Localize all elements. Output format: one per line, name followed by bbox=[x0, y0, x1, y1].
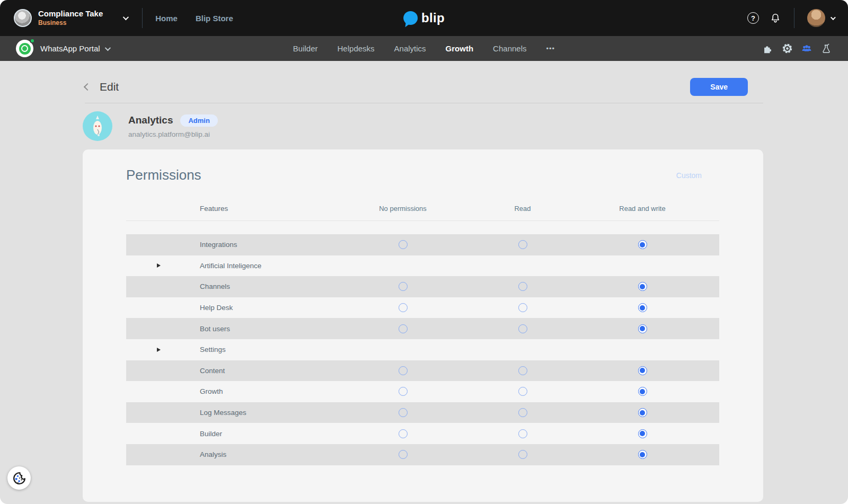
puzzle-icon[interactable] bbox=[762, 43, 773, 55]
user-avatar bbox=[807, 9, 825, 27]
blip-logo: blip bbox=[403, 11, 445, 25]
radio-read-and-write[interactable] bbox=[638, 387, 647, 396]
radio-cell bbox=[343, 303, 463, 312]
cookie-consent-button[interactable] bbox=[7, 466, 31, 490]
appbar-icons bbox=[762, 43, 832, 55]
radio-read-and-write[interactable] bbox=[638, 366, 647, 375]
blip-bubble-icon bbox=[403, 11, 418, 25]
radio-read[interactable] bbox=[518, 240, 527, 249]
tab-helpdesks[interactable]: Helpdesks bbox=[338, 44, 375, 53]
radio-read-and-write[interactable] bbox=[638, 240, 647, 249]
divider bbox=[142, 8, 143, 28]
feature-label: Growth bbox=[200, 387, 343, 395]
permission-row: Channels bbox=[126, 276, 719, 297]
help-icon[interactable]: ? bbox=[747, 12, 759, 24]
radio-read-and-write[interactable] bbox=[638, 303, 647, 312]
page-title: Edit bbox=[100, 81, 119, 93]
radio-read[interactable] bbox=[518, 408, 527, 417]
radio-no-permissions[interactable] bbox=[399, 387, 408, 396]
expand-arrow-icon[interactable] bbox=[157, 263, 161, 268]
member-avatar bbox=[83, 111, 112, 141]
bot-switcher[interactable]: WhatsApp Portal bbox=[16, 40, 109, 57]
radio-cell bbox=[582, 450, 702, 459]
permission-row: Growth bbox=[126, 381, 719, 402]
radio-cell bbox=[582, 324, 702, 333]
radio-cell bbox=[343, 366, 463, 375]
tab-builder[interactable]: Builder bbox=[293, 44, 318, 53]
radio-read[interactable] bbox=[518, 282, 527, 291]
back-button[interactable] bbox=[85, 83, 93, 91]
permission-row: Bot users bbox=[126, 318, 719, 339]
tab-analytics[interactable]: Analytics bbox=[394, 44, 426, 53]
tab-growth[interactable]: Growth bbox=[446, 44, 474, 53]
account-name: Compliance Take bbox=[38, 10, 103, 19]
role-badge: Admin bbox=[180, 114, 217, 127]
radio-no-permissions[interactable] bbox=[399, 303, 408, 312]
radio-no-permissions[interactable] bbox=[399, 429, 408, 438]
radio-no-permissions[interactable] bbox=[399, 240, 408, 249]
radio-read[interactable] bbox=[518, 324, 527, 333]
radio-no-permissions[interactable] bbox=[399, 366, 408, 375]
account-avatar bbox=[14, 9, 32, 27]
top-nav-item-blip-store[interactable]: Blip Store bbox=[196, 14, 233, 23]
radio-cell bbox=[343, 450, 463, 459]
chevron-left-icon bbox=[84, 83, 91, 91]
save-button[interactable]: Save bbox=[690, 78, 748, 96]
radio-read-and-write[interactable] bbox=[638, 450, 647, 459]
whatsapp-icon bbox=[16, 40, 33, 57]
radio-no-permissions[interactable] bbox=[399, 408, 408, 417]
feature-label: Settings bbox=[200, 346, 702, 353]
topbar-actions: ? bbox=[747, 8, 834, 28]
column-header-read: Read bbox=[463, 205, 582, 213]
radio-read-and-write[interactable] bbox=[638, 429, 647, 438]
radio-cell bbox=[463, 366, 582, 375]
permission-row: Artificial Inteligence bbox=[126, 255, 719, 277]
account-type: Business bbox=[38, 20, 103, 26]
radio-cell bbox=[343, 324, 463, 333]
feature-label: Channels bbox=[200, 282, 343, 290]
radio-read[interactable] bbox=[518, 387, 527, 396]
flask-icon[interactable] bbox=[820, 43, 832, 55]
radio-no-permissions[interactable] bbox=[399, 324, 408, 333]
bot-name: WhatsApp Portal bbox=[40, 44, 100, 53]
radio-no-permissions[interactable] bbox=[399, 450, 408, 459]
column-header-read-and-write: Read and write bbox=[582, 205, 702, 213]
permission-row: Integrations bbox=[126, 234, 719, 255]
radio-read-and-write[interactable] bbox=[638, 282, 647, 291]
custom-mode-link[interactable]: Custom bbox=[676, 171, 702, 180]
permission-row: Log Messages bbox=[126, 402, 719, 423]
top-bar: Compliance Take Business HomeBlip Store … bbox=[0, 0, 848, 36]
column-header-features: Features bbox=[200, 205, 343, 213]
chevron-down-icon[interactable] bbox=[123, 14, 129, 20]
permission-row: Builder bbox=[126, 423, 719, 444]
radio-read-and-write[interactable] bbox=[638, 324, 647, 333]
tab-channels[interactable]: Channels bbox=[493, 44, 526, 53]
team-icon[interactable] bbox=[801, 43, 812, 55]
radio-cell bbox=[463, 429, 582, 438]
radio-no-permissions[interactable] bbox=[399, 282, 408, 291]
radio-cell bbox=[463, 408, 582, 417]
radio-cell bbox=[343, 429, 463, 438]
radio-cell bbox=[582, 408, 702, 417]
radio-read[interactable] bbox=[518, 450, 527, 459]
radio-read[interactable] bbox=[518, 429, 527, 438]
permission-row: Help Desk bbox=[126, 297, 719, 319]
divider bbox=[85, 103, 763, 103]
member-info: Analytics Admin analytics.platform@blip.… bbox=[128, 114, 218, 138]
radio-cell bbox=[463, 303, 582, 312]
radio-read[interactable] bbox=[518, 366, 527, 375]
permission-row: Analysis bbox=[126, 444, 719, 465]
user-menu[interactable] bbox=[807, 9, 834, 27]
expand-arrow-icon[interactable] bbox=[157, 348, 161, 352]
radio-cell bbox=[463, 450, 582, 459]
bell-icon[interactable] bbox=[770, 12, 781, 24]
row-toggle-cell bbox=[126, 263, 200, 268]
radio-cell bbox=[343, 387, 463, 396]
top-nav-item-home[interactable]: Home bbox=[155, 14, 178, 23]
more-menu-icon[interactable]: ••• bbox=[546, 45, 555, 52]
account-switcher[interactable]: Compliance Take Business bbox=[14, 9, 127, 27]
radio-read[interactable] bbox=[518, 303, 527, 312]
radio-read-and-write[interactable] bbox=[638, 408, 647, 417]
feature-label: Help Desk bbox=[200, 304, 343, 312]
gear-icon[interactable] bbox=[781, 43, 793, 55]
